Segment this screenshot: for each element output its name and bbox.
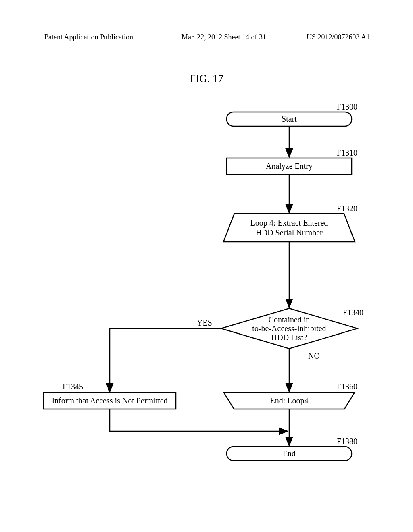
label-end: F1380 [337,437,357,446]
node-loop-end: End: Loop4 [224,393,355,409]
branch-no-text: NO [308,351,320,360]
node-loop-start-l2: HDD Serial Number [256,228,323,237]
flowchart: Start F1300 F1310 Analyze Entry F1320 Lo… [0,0,413,532]
label-loop-start: F1320 [337,204,357,213]
node-inform-text: Inform that Access is Not Permitted [52,396,167,405]
svg-marker-3 [223,214,355,242]
branch-yes-text: YES [197,318,212,327]
label-loop-end: F1360 [337,382,357,391]
node-loop-start-l1: Loop 4: Extract Entered [250,218,328,228]
node-analyze: Analyze Entry [227,158,352,175]
branch-no: NO [289,349,320,392]
node-start-text: Start [282,114,297,123]
node-end: End [227,447,352,461]
node-decision: Contained in to-be-Access-Inhibited HDD … [221,308,363,349]
node-analyze-text: Analyze Entry [266,162,313,171]
node-decision-l1: Contained in [269,315,310,324]
node-loop-start: Loop 4: Extract Entered HDD Serial Numbe… [223,214,355,242]
node-loop-end-text: End: Loop4 [270,396,309,405]
label-inform: F1345 [63,382,83,391]
node-end-text: End [283,449,296,458]
node-decision-l3: HDD List? [271,333,307,342]
arrow-inform-merge [110,409,288,431]
node-inform: Inform that Access is Not Permitted [44,393,176,409]
label-decision: F1340 [343,308,363,317]
node-decision-l2: to-be-Access-Inhibited [252,324,326,333]
node-start: Start F1300 [227,102,357,126]
label-start: F1300 [337,102,357,111]
label-analyze: F1310 [337,148,357,157]
branch-yes: YES [110,318,221,392]
